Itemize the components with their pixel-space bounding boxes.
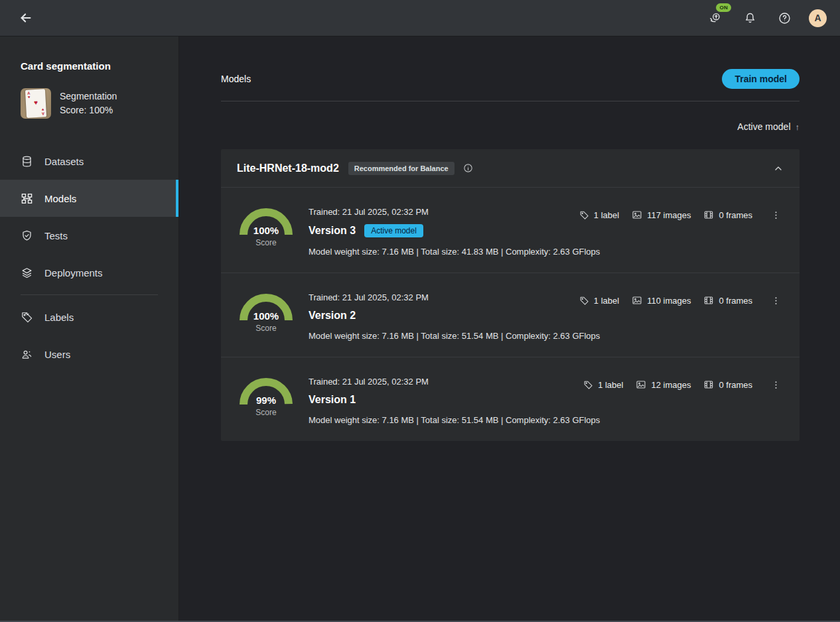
model-group-name: Lite-HRNet-18-mod2: [237, 162, 339, 174]
model-version-row[interactable]: 100% Score Trained: 21 Jul 2025, 02:32 P…: [221, 188, 800, 273]
topbar-actions: ON A: [705, 8, 827, 28]
image-icon: [636, 379, 646, 390]
version-name: Version 2: [309, 310, 356, 322]
sort-row: Active model ↑: [221, 121, 800, 132]
active-model-badge: Active model: [364, 224, 423, 237]
project-title: Card segmentation: [0, 60, 178, 72]
chevron-up-icon: [773, 163, 784, 174]
back-arrow-icon: [19, 11, 33, 25]
version-info: Trained: 21 Jul 2025, 02:32 PM Version 3…: [309, 206, 579, 257]
score-gauge: 100% Score: [238, 291, 294, 333]
sidebar-item-label: Tests: [44, 230, 68, 241]
sidebar-item-label: Labels: [44, 312, 74, 323]
sidebar-item-label: Users: [44, 349, 70, 360]
kebab-menu-icon: [771, 296, 781, 306]
row-menu-button[interactable]: [766, 293, 785, 308]
sort-label-text: Active model: [737, 121, 790, 132]
playing-card-image: A♥♥A♥: [25, 89, 46, 118]
sidebar: Card segmentation A♥♥A♥ Segmentation Sco…: [0, 36, 179, 622]
notifications-button[interactable]: [740, 8, 760, 28]
version-info: Trained: 21 Jul 2025, 02:32 PM Version 1…: [309, 375, 583, 425]
sidebar-item-tests[interactable]: Tests: [0, 217, 178, 254]
model-group-header[interactable]: Lite-HRNet-18-mod2 Recommended for Balan…: [221, 149, 800, 188]
version-meta: 1 label 117 images 0 frame: [579, 206, 785, 222]
kebab-menu-icon: [771, 210, 781, 220]
sidebar-item-models[interactable]: Models: [0, 180, 178, 217]
back-button[interactable]: [16, 8, 36, 28]
database-icon: [21, 155, 33, 168]
score-value: 99%: [238, 395, 294, 406]
row-menu-button[interactable]: [766, 377, 785, 392]
shield-check-icon: [21, 229, 33, 242]
tag-icon: [21, 311, 33, 324]
project-meta: Segmentation Score: 100%: [60, 90, 117, 117]
sort-by-active-model[interactable]: Active model ↑: [737, 121, 800, 132]
score-caption: Score: [238, 324, 294, 333]
users-icon: [21, 348, 33, 361]
model-group-card: Lite-HRNet-18-mod2 Recommended for Balan…: [221, 149, 800, 441]
score-caption: Score: [238, 408, 294, 417]
frames-count: 0 frames: [703, 379, 752, 390]
images-count-text: 117 images: [647, 210, 691, 220]
image-icon: [632, 210, 642, 220]
credits-button[interactable]: ON: [705, 8, 725, 28]
model-size-details: Model weight size: 7.16 MB | Total size:…: [309, 415, 583, 425]
model-version-row[interactable]: 100% Score Trained: 21 Jul 2025, 02:32 P…: [221, 273, 800, 357]
models-header: Models Train model: [221, 68, 800, 90]
score-value: 100%: [238, 310, 294, 322]
labels-count: 1 label: [583, 380, 623, 390]
sidebar-item-label: Deployments: [44, 267, 103, 279]
tag-icon: [583, 380, 593, 390]
help-button[interactable]: [774, 8, 794, 28]
sort-ascending-icon: ↑: [796, 122, 800, 132]
collapse-group-button[interactable]: [773, 163, 784, 174]
sidebar-item-users[interactable]: Users: [0, 336, 178, 373]
trained-timestamp: Trained: 21 Jul 2025, 02:32 PM: [309, 292, 579, 302]
sidebar-divider: [21, 294, 158, 295]
project-thumbnail[interactable]: A♥♥A♥: [21, 88, 51, 119]
info-icon[interactable]: [463, 163, 473, 173]
score-gauge: 100% Score: [238, 206, 294, 247]
sidebar-nav: Datasets Models: [0, 143, 178, 373]
trained-timestamp: Trained: 21 Jul 2025, 02:32 PM: [309, 207, 579, 217]
sidebar-item-label: Datasets: [44, 156, 84, 167]
layers-icon: [21, 267, 33, 279]
main-content: Models Train model Active model ↑ Lite-H…: [179, 36, 840, 622]
score-caption: Score: [238, 238, 294, 247]
version-meta: 1 label 12 images 0 frames: [583, 375, 785, 392]
labels-count: 1 label: [579, 296, 619, 306]
film-icon: [703, 210, 714, 220]
score-value: 100%: [238, 225, 294, 236]
recommendation-badge: Recommended for Balance: [348, 162, 455, 175]
images-count: 110 images: [632, 295, 691, 306]
project-info: A♥♥A♥ Segmentation Score: 100%: [0, 88, 178, 119]
train-model-button[interactable]: Train model: [722, 69, 800, 89]
version-name: Version 3: [309, 225, 356, 237]
labels-count: 1 label: [579, 210, 619, 220]
version-info: Trained: 21 Jul 2025, 02:32 PM Version 2…: [309, 291, 579, 341]
frames-count-text: 0 frames: [719, 296, 752, 306]
project-score-label: Score: 100%: [60, 103, 117, 117]
project-task-label: Segmentation: [60, 90, 117, 103]
film-icon: [703, 295, 714, 306]
score-gauge: 99% Score: [238, 375, 294, 417]
images-count: 117 images: [632, 210, 691, 220]
frames-count-text: 0 frames: [719, 380, 752, 390]
app-window: ON A: [0, 0, 840, 622]
labels-count-text: 1 label: [594, 296, 619, 306]
bell-icon: [743, 11, 757, 25]
avatar[interactable]: A: [809, 9, 827, 27]
trained-timestamp: Trained: 21 Jul 2025, 02:32 PM: [309, 377, 583, 387]
sidebar-item-labels[interactable]: Labels: [0, 298, 178, 336]
model-size-details: Model weight size: 7.16 MB | Total size:…: [309, 247, 579, 257]
images-count-text: 110 images: [647, 296, 691, 306]
models-icon: [21, 192, 33, 205]
labels-count-text: 1 label: [594, 210, 619, 220]
tag-icon: [579, 296, 589, 306]
model-version-row[interactable]: 99% Score Trained: 21 Jul 2025, 02:32 PM…: [221, 357, 800, 441]
sidebar-item-deployments[interactable]: Deployments: [0, 254, 178, 291]
tag-icon: [579, 210, 589, 220]
sidebar-item-datasets[interactable]: Datasets: [0, 143, 178, 180]
row-menu-button[interactable]: [766, 208, 785, 222]
top-bar: ON A: [0, 0, 840, 36]
